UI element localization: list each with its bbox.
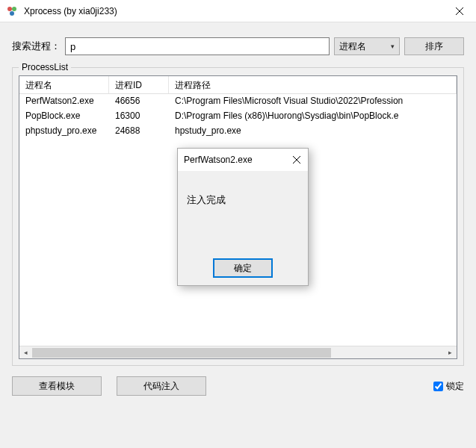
cutoff-area	[409, 426, 476, 448]
lock-label: 锁定	[446, 380, 464, 393]
sort-button[interactable]: 排序	[404, 37, 464, 55]
column-id[interactable]: 进程ID	[109, 76, 169, 93]
search-row: 搜索进程： 进程名 ▾ 排序	[12, 37, 464, 55]
scroll-track[interactable]	[32, 346, 444, 359]
svg-point-1	[12, 7, 16, 11]
dialog-title: PerfWatson2.exe	[184, 155, 285, 165]
column-path[interactable]: 进程路径	[169, 76, 457, 93]
dialog-ok-button[interactable]: 确定	[213, 258, 273, 278]
view-modules-button[interactable]: 查看模块	[12, 376, 102, 396]
dialog-titlebar: PerfWatson2.exe	[178, 149, 308, 171]
scroll-right-button[interactable]: ▸	[444, 346, 457, 359]
search-label: 搜索进程：	[12, 40, 61, 53]
window-close-button[interactable]	[442, 0, 476, 22]
dialog-footer: 确定	[178, 251, 308, 285]
horizontal-scrollbar[interactable]: ◂ ▸	[19, 346, 457, 358]
table-row[interactable]: PopBlock.exe 16300 D:\Program Files (x86…	[19, 109, 457, 124]
listview-header: 进程名 进程ID 进程路径	[19, 76, 457, 94]
message-dialog: PerfWatson2.exe 注入完成 确定	[177, 148, 309, 286]
filter-selected: 进程名	[339, 40, 391, 53]
lock-checkbox[interactable]	[433, 382, 443, 391]
column-name[interactable]: 进程名	[19, 76, 109, 93]
lock-checkbox-group[interactable]: 锁定	[433, 380, 464, 393]
bottom-toolbar: 查看模块 代码注入 锁定	[12, 376, 464, 396]
search-input[interactable]	[65, 37, 330, 55]
app-icon	[6, 5, 18, 17]
filter-dropdown[interactable]: 进程名 ▾	[334, 37, 400, 55]
svg-point-2	[10, 11, 14, 16]
code-inject-button[interactable]: 代码注入	[117, 376, 206, 396]
processlist-legend: ProcessList	[19, 62, 71, 72]
svg-point-0	[7, 7, 12, 11]
scroll-left-button[interactable]: ◂	[19, 346, 32, 359]
chevron-down-icon: ▾	[391, 43, 395, 50]
table-row[interactable]: PerfWatson2.exe 46656 C:\Program Files\M…	[19, 94, 457, 109]
table-row[interactable]: phpstudy_pro.exe 24688 hpstudy_pro.exe	[19, 124, 457, 139]
dialog-close-button[interactable]	[285, 149, 308, 171]
window-title: Xprocess (by xia0ji233)	[24, 6, 442, 16]
scroll-thumb[interactable]	[32, 348, 331, 358]
dialog-message: 注入完成	[178, 171, 308, 251]
titlebar: Xprocess (by xia0ji233)	[0, 0, 476, 22]
